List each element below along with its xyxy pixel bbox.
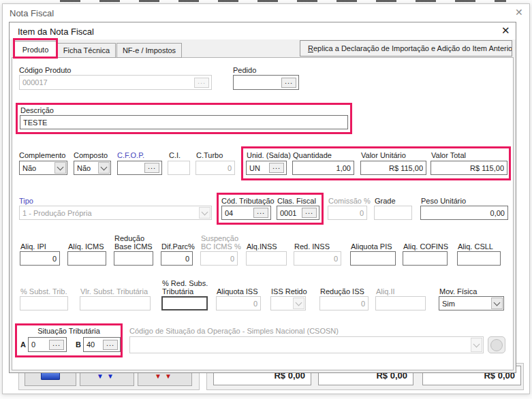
aliq-ipi-value: 0 xyxy=(23,255,57,263)
pedido-field[interactable]: ... xyxy=(233,75,299,90)
chevron-down-icon xyxy=(54,162,66,174)
cturbo-value: 0 xyxy=(199,164,232,172)
dif-parc-value: 0 xyxy=(164,255,189,263)
red-inss-field[interactable]: 0 xyxy=(294,251,341,266)
descricao-input[interactable]: TESTE xyxy=(20,115,348,129)
reducao-base-icms-label: Redução Base ICMS xyxy=(114,234,153,251)
csosn-select[interactable] xyxy=(129,336,484,353)
red-subs-tributaria-input[interactable] xyxy=(161,296,208,310)
situacao-b-field[interactable]: 40 ... xyxy=(83,337,121,352)
mov-fisica-select[interactable]: Sim xyxy=(439,296,504,310)
cturbo-field[interactable]: 0 xyxy=(195,161,235,175)
grade-input[interactable] xyxy=(374,206,412,220)
window-close-icon[interactable]: ✕ xyxy=(515,7,523,17)
aliq-csll-input[interactable] xyxy=(457,251,501,266)
replica-button-label: Replica a Declaração de Importação e Adi… xyxy=(308,44,512,52)
situacao-a-browse-button[interactable]: ... xyxy=(49,340,64,350)
situacao-a-label: A xyxy=(20,340,26,349)
valor-total-input[interactable]: R$ 115,00 xyxy=(431,161,507,175)
aliq-icms-label: Alíq. ICMS xyxy=(68,242,104,251)
quantidade-input[interactable]: 1,00 xyxy=(292,161,354,175)
aliq-cofins-input[interactable] xyxy=(403,251,448,266)
cod-tributacao-field[interactable]: 04 ... xyxy=(221,206,271,220)
dif-parc-label: Dif.Parc% xyxy=(161,242,195,251)
cod-tributacao-browse-button[interactable]: ... xyxy=(253,208,268,218)
comissao-field[interactable]: 0 xyxy=(328,206,367,220)
tipo-value: 1 - Produção Própria xyxy=(22,209,199,217)
peso-unitario-label: Peso Unitário xyxy=(421,197,466,205)
unid-saida-field[interactable]: UN ... xyxy=(246,161,287,175)
cfop-browse-button[interactable]: ... xyxy=(144,163,159,173)
suspencao-bc-icms-field[interactable]: 0 xyxy=(200,251,238,266)
aliquota-iss-field[interactable]: 0 xyxy=(216,296,261,310)
background-window-remnant xyxy=(60,0,506,2)
chevron-down-icon xyxy=(491,298,503,309)
subst-trib-label: % Subst. Trib. xyxy=(20,287,67,296)
vlr-subst-field[interactable] xyxy=(80,296,151,310)
valor-unitario-input[interactable]: R$ 115,00 xyxy=(360,161,426,175)
tab-produto[interactable]: Produto xyxy=(14,41,57,58)
alq-inss-input[interactable] xyxy=(246,251,287,266)
iss-retido-select[interactable] xyxy=(270,296,306,310)
chevron-down-icon xyxy=(98,162,110,174)
window-title: Nota Fiscal xyxy=(10,8,54,18)
descricao-label: Descrição xyxy=(20,106,54,114)
comissao-label: Comissão % xyxy=(328,197,371,205)
aliquota-pis-input[interactable] xyxy=(350,251,396,266)
unid-saida-browse-button[interactable]: ... xyxy=(269,163,284,173)
aliq-ii-field[interactable] xyxy=(375,296,426,310)
cfop-field[interactable]: ... xyxy=(117,161,162,175)
valor-unitario-label: Valor Unitário xyxy=(361,151,406,159)
replica-button[interactable]: Replica a Declaração de Importação e Adi… xyxy=(300,40,512,57)
tipo-select[interactable]: 1 - Produção Própria xyxy=(19,206,212,220)
valor-total-value: R$ 115,00 xyxy=(434,164,504,172)
dif-parc-input[interactable]: 0 xyxy=(161,251,193,266)
reducao-iss-label: Redução ISS xyxy=(320,287,364,296)
aliq-ii-label: Aliq.II xyxy=(376,287,395,296)
peso-unitario-value: 0,00 xyxy=(424,209,505,217)
situacao-b-browse-button[interactable]: ... xyxy=(103,340,118,350)
tipo-label: Tipo xyxy=(19,197,33,205)
codigo-produto-value: 000017 xyxy=(22,78,192,86)
csosn-circle-button[interactable] xyxy=(488,336,505,353)
complemento-label: Complemento xyxy=(19,151,65,159)
pedido-label: Pedido xyxy=(233,66,256,74)
situacao-b-value: 40 xyxy=(87,340,101,349)
cfop-label: C.F.O.P. xyxy=(117,151,144,159)
double-down-arrow-blue-icon: ▼▼ xyxy=(97,372,117,380)
mov-fisica-value: Sim xyxy=(442,300,491,308)
red-inss-label: Red. INSS xyxy=(294,242,330,251)
aliq-icms-input[interactable] xyxy=(67,251,106,266)
complemento-value: Não xyxy=(22,164,54,172)
ci-field[interactable] xyxy=(168,161,190,175)
tab-nfe-impostos[interactable]: NF-e / Impostos xyxy=(116,43,182,58)
tab-ficha-tecnica[interactable]: Ficha Técnica xyxy=(57,43,116,58)
quantidade-value: 1,00 xyxy=(296,164,351,172)
composto-select[interactable]: Não xyxy=(74,161,111,175)
situacao-tributaria-label: Situação Tributária xyxy=(15,327,123,335)
reducao-iss-field[interactable]: 0 xyxy=(319,296,369,310)
composto-value: Não xyxy=(77,164,98,172)
reducao-base-icms-input[interactable] xyxy=(114,251,153,266)
complemento-select[interactable]: Não xyxy=(19,161,67,175)
dialog-close-icon[interactable]: ✕ xyxy=(501,26,510,35)
grade-label: Grade xyxy=(375,197,396,205)
chevron-down-icon xyxy=(471,338,482,352)
subst-trib-field[interactable] xyxy=(20,296,68,310)
csosn-label: Código de Situação da Operação - Simples… xyxy=(129,327,339,335)
clas-fiscal-browse-button[interactable]: ... xyxy=(302,208,317,218)
comissao-value: 0 xyxy=(331,209,364,217)
codigo-produto-browse-button[interactable]: ... xyxy=(194,78,209,88)
chevron-down-icon xyxy=(293,298,304,309)
clas-fiscal-field[interactable]: 0001 ... xyxy=(277,206,319,220)
aliq-ipi-input[interactable]: 0 xyxy=(20,251,60,266)
peso-unitario-input[interactable]: 0,00 xyxy=(420,206,508,220)
codigo-produto-field[interactable]: 000017 ... xyxy=(19,75,212,90)
situacao-a-field[interactable]: 0 ... xyxy=(28,337,67,352)
pedido-browse-button[interactable]: ... xyxy=(281,78,296,88)
iss-retido-label: ISS Retido xyxy=(271,287,307,296)
circle-icon xyxy=(490,339,503,351)
aliq-csll-label: Aliq. CSLL xyxy=(458,242,493,251)
vlr-subst-label: Vlr. Subst. Tributária xyxy=(80,287,148,296)
valor-unitario-value: R$ 115,00 xyxy=(364,164,423,172)
